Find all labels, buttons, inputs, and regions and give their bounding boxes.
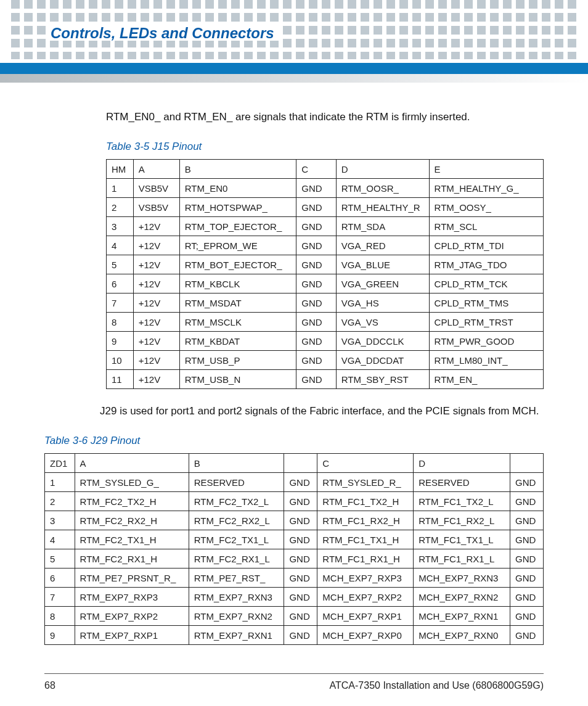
table-cell: GND (510, 626, 543, 645)
table-cell: GND (510, 607, 543, 626)
table-row: 7RTM_EXP7_RXP3RTM_EXP7_RXN3GNDMCH_EXP7_R… (45, 588, 544, 607)
table-cell: RTM_FC1_RX2_L (414, 511, 510, 530)
table-cell: GND (296, 179, 337, 198)
table-header-cell: E (429, 160, 543, 179)
table-cell: GND (510, 511, 543, 530)
intro-paragraph-1: RTM_EN0_ and RTM_EN_ are signals that in… (106, 111, 544, 123)
table-header-cell: D (336, 160, 429, 179)
table-cell: GND (296, 293, 337, 313)
table-row: 1VSB5VRTM_EN0GNDRTM_OOSR_RTM_HEALTHY_G_ (107, 179, 544, 198)
table-row: 2RTM_FC2_TX2_HRTM_FC2_TX2_LGNDRTM_FC1_TX… (45, 492, 544, 511)
table-cell: 1 (45, 473, 75, 492)
table-cell: VGA_VS (336, 313, 429, 332)
table-cell: 4 (107, 236, 134, 255)
table-cell: RTM_FC1_RX1_H (317, 549, 414, 568)
table-header-cell: B (179, 160, 296, 179)
table-cell: GND (296, 198, 337, 217)
table-cell: RTM_FC2_RX2_H (75, 511, 189, 530)
table-row: 10+12VRTM_USB_PGNDVGA_DDCDATRTM_LM80_INT… (107, 351, 544, 370)
table-cell: RTM_EXP7_RXP2 (75, 607, 189, 626)
table-cell: RTM_JTAG_TDO (429, 255, 543, 274)
table-cell: RTM_EXP7_RXP1 (75, 626, 189, 645)
table-row: 11+12VRTM_USB_NGNDRTM_SBY_RSTRTM_EN_ (107, 370, 544, 389)
content-area: RTM_EN0_ and RTM_EN_ are signals that in… (0, 111, 588, 645)
table-row: 8+12VRTM_MSCLKGNDVGA_VSCPLD_RTM_TRST (107, 313, 544, 332)
table-cell: +12V (133, 236, 179, 255)
table-cell: VGA_DDCDAT (336, 351, 429, 370)
table-cell: +12V (133, 255, 179, 274)
table-cell: RTM_PE7_PRSNT_R_ (75, 568, 189, 588)
table-cell: RESERVED (189, 473, 284, 492)
table-cell: GND (510, 588, 543, 607)
table-cell: GND (296, 236, 337, 255)
table-cell: GND (284, 511, 317, 530)
table-row: 4+12VRT;_EPROM_WEGNDVGA_REDCPLD_RTM_TDI (107, 236, 544, 255)
table-cell: RTM_HEALTHY_R (336, 198, 429, 217)
table-cell: MCH_EXP7_RXP2 (317, 588, 414, 607)
table-row: 7+12VRTM_MSDATGNDVGA_HSCPLD_RTM_TMS (107, 293, 544, 313)
table-row: 9+12VRTM_KBDATGNDVGA_DDCCLKRTM_PWR_GOOD (107, 332, 544, 351)
table-cell: RTM_FC2_TX2_H (75, 492, 189, 511)
table-row: 5RTM_FC2_RX1_HRTM_FC2_RX1_LGNDRTM_FC1_RX… (45, 549, 544, 568)
table-row: 6RTM_PE7_PRSNT_R_RTM_PE7_RST_GNDMCH_EXP7… (45, 568, 544, 588)
table-cell: GND (296, 255, 337, 274)
table-cell: +12V (133, 274, 179, 293)
table-row: 3RTM_FC2_RX2_HRTM_FC2_RX2_LGNDRTM_FC1_RX… (45, 511, 544, 530)
table-cell: VSB5V (133, 198, 179, 217)
table-cell: +12V (133, 370, 179, 389)
table-cell: 7 (45, 588, 75, 607)
table-cell: RTM_EXP7_RXN3 (189, 588, 284, 607)
table-cell: CPLD_RTM_TCK (429, 274, 543, 293)
table-cell: RTM_OOSY_ (429, 198, 543, 217)
table-cell: +12V (133, 217, 179, 236)
table-cell: GND (284, 588, 317, 607)
table-cell: CPLD_RTM_TMS (429, 293, 543, 313)
table-cell: GND (296, 274, 337, 293)
table-cell: VGA_GREEN (336, 274, 429, 293)
table-cell: GND (296, 370, 337, 389)
table-2-wrap: ZD1ABCD 1RTM_SYSLED_G_RESERVEDGNDRTM_SYS… (44, 453, 544, 645)
table-row: 8RTM_EXP7_RXP2RTM_EXP7_RXN2GNDMCH_EXP7_R… (45, 607, 544, 626)
table-2-caption: Table 3-6 J29 Pinout (44, 435, 544, 447)
table-cell: RTM_EXP7_RXN1 (189, 626, 284, 645)
table-cell: GND (296, 332, 337, 351)
table-cell: MCH_EXP7_RXN0 (414, 626, 510, 645)
table-cell: GND (284, 626, 317, 645)
table-cell: RTM_FC2_TX1_L (189, 530, 284, 549)
table-header-cell: A (75, 454, 189, 473)
table-cell: MCH_EXP7_RXN2 (414, 588, 510, 607)
table-cell: GND (284, 607, 317, 626)
table-cell: RTM_HOTSPWAP_ (179, 198, 296, 217)
table-row: 2VSB5VRTM_HOTSPWAP_GNDRTM_HEALTHY_RRTM_O… (107, 198, 544, 217)
table-cell: MCH_EXP7_RXP0 (317, 626, 414, 645)
document-id: ATCA-7350 Installation and Use (6806800G… (330, 680, 544, 691)
table-cell: 3 (107, 217, 134, 236)
table-cell: 9 (45, 626, 75, 645)
table-cell: GND (284, 568, 317, 588)
table-cell: GND (296, 217, 337, 236)
table-cell: RTM_USB_N (179, 370, 296, 389)
gray-divider (0, 74, 588, 83)
table-cell: GND (510, 492, 543, 511)
table-cell: RTM_HEALTHY_G_ (429, 179, 543, 198)
table-cell: RTM_SBY_RST (336, 370, 429, 389)
page-footer: 68 ATCA-7350 Installation and Use (68068… (44, 673, 544, 706)
table-cell: 5 (45, 549, 75, 568)
table-cell: RTM_USB_P (179, 351, 296, 370)
table-cell: RTM_SYSLED_G_ (75, 473, 189, 492)
table-header-row: ZD1ABCD (45, 454, 544, 473)
table-cell: GND (510, 530, 543, 549)
table-cell: GND (510, 549, 543, 568)
table-cell: 6 (45, 568, 75, 588)
table-cell: GND (510, 568, 543, 588)
table-j15-pinout: HMABCDE 1VSB5VRTM_EN0GNDRTM_OOSR_RTM_HEA… (106, 159, 544, 389)
table-cell: VGA_RED (336, 236, 429, 255)
table-cell: +12V (133, 313, 179, 332)
page-number: 68 (44, 680, 55, 691)
table-cell: RTM_FC2_RX1_H (75, 549, 189, 568)
table-cell: RTM_FC1_TX2_H (317, 492, 414, 511)
table-cell: RTM_FC1_TX2_L (414, 492, 510, 511)
table-cell: RTM_FC2_TX2_L (189, 492, 284, 511)
table-cell: 10 (107, 351, 134, 370)
table-cell: RTM_SCL (429, 217, 543, 236)
